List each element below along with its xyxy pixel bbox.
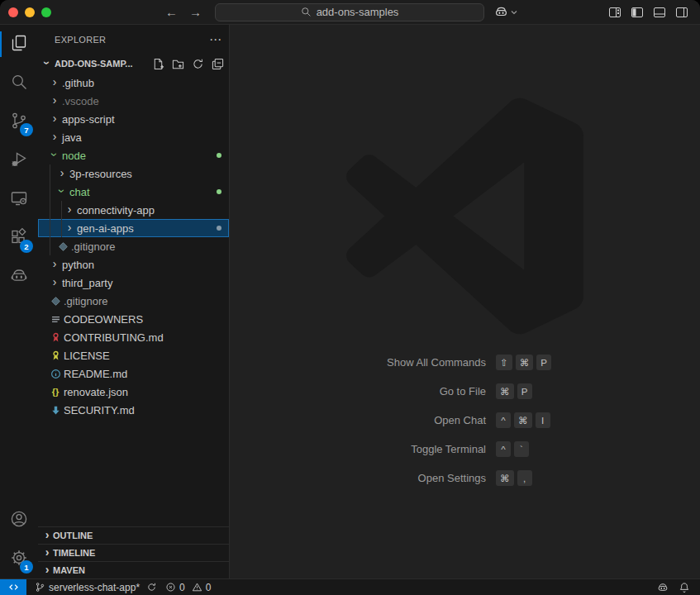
panel-header-timeline[interactable]: ›TIMELINE bbox=[38, 544, 229, 561]
ribbon-yellow-file-icon bbox=[49, 350, 62, 361]
tree-item-label: README.md bbox=[64, 368, 127, 380]
copilot-menu-button[interactable] bbox=[494, 5, 518, 19]
chevron-down-icon: › bbox=[56, 185, 68, 197]
keycap: ` bbox=[514, 441, 529, 457]
tree-item--github[interactable]: ›.github bbox=[38, 74, 229, 92]
tree-item-security-md[interactable]: SECURITY.md bbox=[38, 401, 229, 419]
sidebar-title: EXPLORER bbox=[55, 35, 106, 45]
activity-badge: 2 bbox=[20, 240, 33, 253]
tree-item-label: node bbox=[62, 150, 86, 162]
chevron-right-icon: › bbox=[64, 221, 75, 233]
remote-indicator-button[interactable] bbox=[0, 579, 26, 595]
tree-item-label: java bbox=[62, 131, 82, 144]
activity-item-remote-explorer[interactable] bbox=[0, 180, 38, 219]
tree-item-java[interactable]: ›java bbox=[38, 128, 229, 146]
info-file-icon bbox=[49, 369, 62, 379]
more-actions-button[interactable]: ⋯ bbox=[209, 32, 222, 47]
activity-item-manage[interactable]: 1 bbox=[0, 540, 38, 578]
toggle-panel-button[interactable] bbox=[653, 6, 666, 19]
close-window-button[interactable] bbox=[8, 7, 18, 17]
shortcut-label: Open Chat bbox=[230, 414, 486, 426]
command-center-search[interactable]: add-ons-samples bbox=[215, 3, 484, 21]
chevron-right-icon: › bbox=[49, 131, 60, 142]
git-file-icon bbox=[56, 241, 69, 252]
activity-badge: 1 bbox=[20, 560, 33, 574]
customize-layout-button[interactable] bbox=[608, 6, 621, 19]
chevron-right-icon: › bbox=[49, 76, 60, 88]
new-folder-icon[interactable] bbox=[172, 58, 184, 70]
shortcut-keys: ^⌘I bbox=[493, 412, 550, 428]
indent-guide bbox=[50, 164, 50, 255]
traffic-lights bbox=[8, 7, 51, 17]
copilot-icon bbox=[494, 5, 508, 19]
keycap: , bbox=[517, 470, 532, 486]
activity-item-accounts[interactable] bbox=[0, 501, 38, 540]
layout-controls bbox=[608, 6, 688, 19]
file-tree: ›.github›.vscode›apps-script›java›node›3… bbox=[38, 74, 229, 526]
chevron-icon: › bbox=[41, 57, 53, 69]
workspace-section-header[interactable]: › ADD-ONS-SAMP... bbox=[38, 54, 229, 74]
forward-arrow-icon[interactable]: → bbox=[189, 5, 202, 19]
new-file-icon[interactable] bbox=[152, 58, 164, 70]
activity-item-copilot-chat[interactable] bbox=[0, 258, 38, 297]
tree-item-python[interactable]: ›python bbox=[38, 255, 229, 274]
shortcut-label: Go to File bbox=[230, 385, 486, 397]
minimize-window-button[interactable] bbox=[25, 7, 35, 17]
sidebar-panels: ›OUTLINE›TIMELINE›MAVEN bbox=[38, 526, 229, 578]
chevron-right-icon: › bbox=[41, 564, 53, 575]
indent-guide bbox=[61, 201, 62, 237]
tree-item--gitignore[interactable]: .gitignore bbox=[38, 237, 229, 255]
shortcut-label: Open Settings bbox=[230, 472, 486, 484]
chevron-down-icon: › bbox=[49, 149, 60, 160]
copilot-status-icon[interactable] bbox=[657, 582, 669, 593]
lines-file-icon bbox=[49, 314, 62, 325]
tree-item-node[interactable]: ›node bbox=[38, 146, 229, 164]
keycap: I bbox=[536, 412, 550, 428]
shortcut-row: Show All Commands⇧⌘P bbox=[230, 348, 700, 377]
tree-item-renovate-json[interactable]: {}renovate.json bbox=[38, 383, 229, 401]
panel-header-maven[interactable]: ›MAVEN bbox=[38, 561, 229, 578]
shortcut-label: Toggle Terminal bbox=[230, 443, 486, 455]
panel-header-outline[interactable]: ›OUTLINE bbox=[38, 526, 229, 544]
tree-item-label: 3p-resources bbox=[69, 168, 132, 180]
activity-item-source-control[interactable]: 7 bbox=[0, 102, 38, 141]
toggle-primary-sidebar-button[interactable] bbox=[631, 6, 644, 19]
shortcut-row: Go to File⌘P bbox=[230, 377, 700, 406]
chevron-right-icon: › bbox=[49, 258, 60, 269]
history-nav: ← → bbox=[165, 5, 202, 19]
explorer-sidebar: EXPLORER ⋯ › ADD-ONS-SAMP... ›.github›.v… bbox=[38, 25, 230, 578]
panel-label: TIMELINE bbox=[53, 548, 95, 558]
title-bar: ← → add-ons-samples bbox=[0, 0, 700, 25]
tree-item-connectivity-app[interactable]: ›connectivity-app bbox=[38, 201, 229, 219]
tree-item-apps-script[interactable]: ›apps-script bbox=[38, 110, 229, 128]
back-arrow-icon[interactable]: ← bbox=[165, 5, 178, 19]
tree-item-third-party[interactable]: ›third_party bbox=[38, 274, 229, 292]
tree-item-chat[interactable]: ›chat bbox=[38, 183, 229, 201]
run-debug-icon bbox=[9, 150, 29, 173]
ribbon-red-file-icon bbox=[49, 332, 62, 343]
tree-item-gen-ai-apps[interactable]: ›gen-ai-apps bbox=[38, 219, 229, 237]
activity-item-run-debug[interactable] bbox=[0, 141, 38, 180]
tree-item-3p-resources[interactable]: ›3p-resources bbox=[38, 164, 229, 183]
problems-button[interactable]: 0 0 bbox=[165, 582, 211, 593]
section-actions bbox=[152, 58, 224, 70]
tree-item-contributing-md[interactable]: CONTRIBUTING.md bbox=[38, 328, 229, 346]
zoom-window-button[interactable] bbox=[41, 7, 51, 17]
refresh-icon[interactable] bbox=[192, 58, 204, 70]
notifications-bell-icon[interactable] bbox=[679, 582, 690, 593]
activity-item-explorer[interactable] bbox=[0, 25, 38, 64]
tree-item--gitignore[interactable]: .gitignore bbox=[38, 292, 229, 310]
collapse-all-icon[interactable] bbox=[212, 58, 224, 70]
tree-item--vscode[interactable]: ›.vscode bbox=[38, 92, 229, 110]
tree-item-readme-md[interactable]: README.md bbox=[38, 364, 229, 383]
toggle-secondary-sidebar-button[interactable] bbox=[675, 6, 688, 19]
activity-item-search[interactable] bbox=[0, 64, 38, 102]
error-count: 0 bbox=[179, 582, 185, 593]
branch-status-button[interactable]: serverless-chat-app* bbox=[35, 582, 157, 593]
tree-item-codeowners[interactable]: CODEOWNERS bbox=[38, 310, 229, 328]
tree-item-license[interactable]: LICENSE bbox=[38, 346, 229, 364]
chevron-right-icon: › bbox=[41, 529, 53, 540]
activity-item-extensions[interactable]: 2 bbox=[0, 219, 38, 258]
tree-item-label: .gitignore bbox=[71, 240, 115, 253]
keycap: P bbox=[517, 383, 532, 399]
